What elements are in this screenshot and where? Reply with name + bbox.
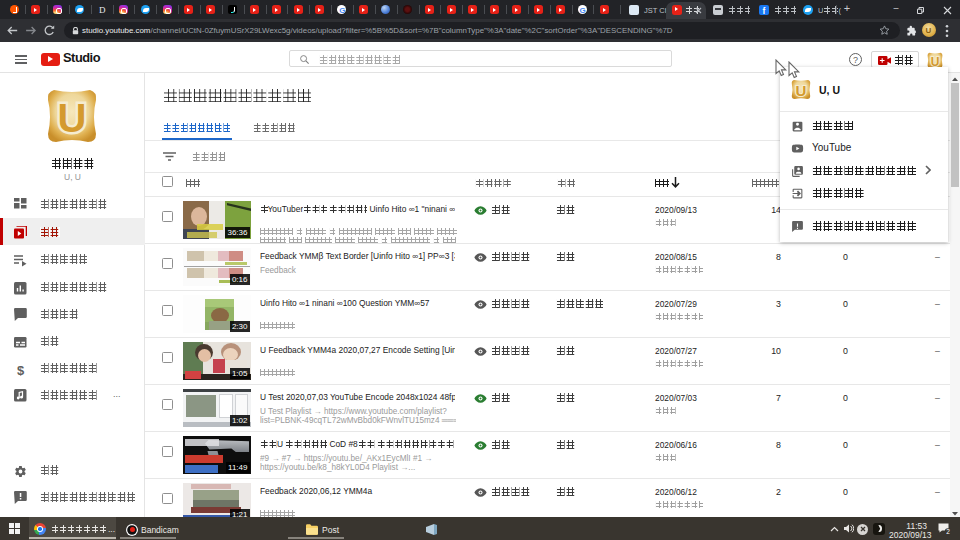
svg-text:U: U bbox=[796, 82, 807, 99]
svg-text:2: 2 bbox=[946, 528, 950, 535]
svg-text:U: U bbox=[58, 96, 87, 140]
svg-text:$: $ bbox=[17, 363, 25, 376]
